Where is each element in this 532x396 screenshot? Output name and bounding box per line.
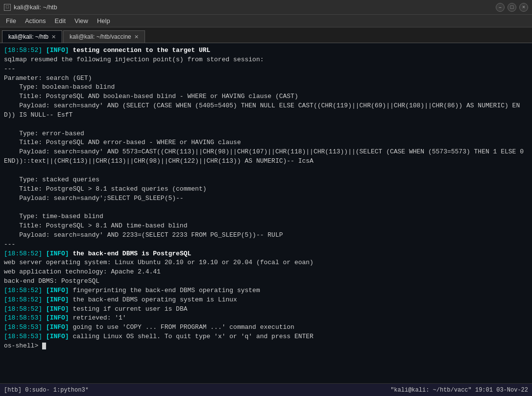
tab-bar: kali@kali: ~/htb ✕ kali@kali: ~/htb/vacc…	[0, 27, 532, 43]
tab-htb[interactable]: kali@kali: ~/htb ✕	[2, 30, 62, 43]
window-icon-symbol: □	[6, 4, 9, 10]
terminal-text: [18:58:52] [INFO] testing connection to …	[4, 46, 528, 351]
status-bar: [htb] 0:sudo- 1:python3* "kali@kali: ~/h…	[0, 383, 532, 396]
window-icon: □	[4, 4, 11, 11]
tab-htb-close[interactable]: ✕	[51, 34, 56, 40]
title-bar: □ kali@kali: ~/htb – □ ×	[0, 0, 532, 15]
menu-help[interactable]: Help	[93, 16, 114, 25]
tab-vaccine-close[interactable]: ✕	[134, 34, 139, 40]
menu-file[interactable]: File	[2, 16, 20, 25]
window-controls: – □ ×	[496, 3, 528, 12]
minimize-button[interactable]: –	[496, 3, 505, 12]
tab-vaccine-label: kali@kali: ~/htb/vaccine	[70, 33, 131, 40]
menu-view[interactable]: View	[71, 16, 92, 25]
menu-bar: File Actions Edit View Help	[0, 15, 532, 27]
status-right: "kali@kali: ~/htb/vacc" 19:01 03-Nov-22	[390, 387, 528, 394]
menu-edit[interactable]: Edit	[51, 16, 70, 25]
maximize-button[interactable]: □	[508, 3, 516, 12]
terminal-output[interactable]: [18:58:52] [INFO] testing connection to …	[0, 43, 532, 383]
menu-actions[interactable]: Actions	[21, 16, 50, 25]
close-button[interactable]: ×	[519, 3, 528, 12]
title-bar-left: □ kali@kali: ~/htb	[4, 3, 57, 11]
window-title: kali@kali: ~/htb	[14, 3, 57, 11]
tab-htb-label: kali@kali: ~/htb	[8, 33, 48, 40]
status-left: [htb] 0:sudo- 1:python3*	[4, 387, 89, 394]
tab-vaccine[interactable]: kali@kali: ~/htb/vaccine ✕	[63, 30, 145, 43]
